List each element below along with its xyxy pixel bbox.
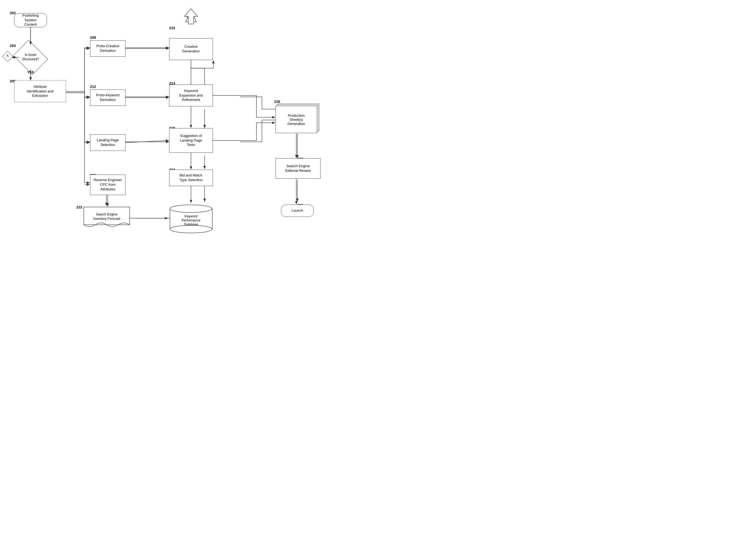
svg-text:Keyword: Keyword [185, 214, 197, 218]
diamond-node: Is AssetStructured? [14, 45, 47, 70]
node-a-label: A [5, 54, 10, 57]
svg-marker-16 [184, 9, 197, 24]
svg-text:Inventory Forecast: Inventory Forecast [93, 217, 120, 221]
landing-page-label: Landing PageSelection [97, 138, 119, 147]
suggestion-label: Suggestion ofLanding PageTests [180, 134, 202, 148]
svg-text:Performance: Performance [182, 219, 200, 222]
label-222: 222 [76, 205, 82, 209]
label-228: 228 [274, 100, 280, 104]
attribute-label: AttributeIdentification andExtraction [27, 84, 53, 99]
proto-creative-label: Proto-CreativeDerivation [96, 44, 119, 53]
creative-gen-node: CreativeGeneration [169, 38, 213, 60]
proto-keyword-label: Proto-KeywordDerivation [96, 93, 119, 102]
reverse-eng-label: Reverse EngineerCPC fromAttributes [94, 178, 122, 192]
keyword-exp-node: KeywordExpansion andRefinement [169, 84, 213, 106]
svg-text:Search Engine: Search Engine [96, 213, 118, 216]
production-label: ProductionSheet(s)Generation [288, 113, 305, 126]
yes-label: YES [27, 70, 34, 74]
production-node: ProductionSheet(s)Generation [275, 104, 319, 134]
keyword-exp-label: KeywordExpansion andRefinement [179, 89, 203, 103]
diamond-label: Is AssetStructured? [22, 53, 39, 61]
svg-line-39 [125, 141, 169, 143]
bid-match-label: Bid and MatchType Selection [179, 173, 202, 183]
label-202: 202 [10, 11, 16, 15]
reverse-eng-node: Reverse EngineerCPC fromAttributes [90, 175, 125, 195]
proto-creative-node: Proto-CreativeDerivation [90, 40, 125, 57]
attribute-node: AttributeIdentification andExtraction [14, 80, 66, 102]
launch-label: Launch [292, 209, 303, 213]
svg-text:Database: Database [184, 223, 198, 226]
publishing-system-label: Publishing SystemContent [18, 13, 43, 27]
proto-keyword-node: Proto-KeywordDerivation [90, 89, 125, 106]
kw-perf-db-node: Keyword Performance Database [169, 203, 214, 234]
bid-match-node: Bid and MatchType Selection [169, 170, 213, 186]
label-208: 208 [90, 35, 96, 40]
se-editorial-label: Search EngineEditorial Review [285, 164, 311, 173]
label-210: 210 [169, 26, 175, 30]
launch-node: Launch [281, 204, 314, 217]
label-212: 212 [90, 84, 96, 89]
creative-gen-label: CreativeGeneration [182, 44, 200, 54]
suggestion-node: Suggestion ofLanding PageTests [169, 128, 213, 153]
flowchart-diagram: 202 Publishing SystemContent 204 Is Asse… [0, 0, 327, 246]
se-inventory-node: Search Engine Inventory Forecast [83, 207, 130, 230]
publishing-system-node: Publishing SystemContent [14, 13, 47, 27]
landing-page-node: Landing PageSelection [90, 135, 125, 151]
se-editorial-node: Search EngineEditorial Review [275, 158, 321, 179]
up-arrow-icon [183, 8, 199, 26]
svg-point-22 [170, 225, 212, 233]
svg-point-21 [170, 205, 212, 213]
